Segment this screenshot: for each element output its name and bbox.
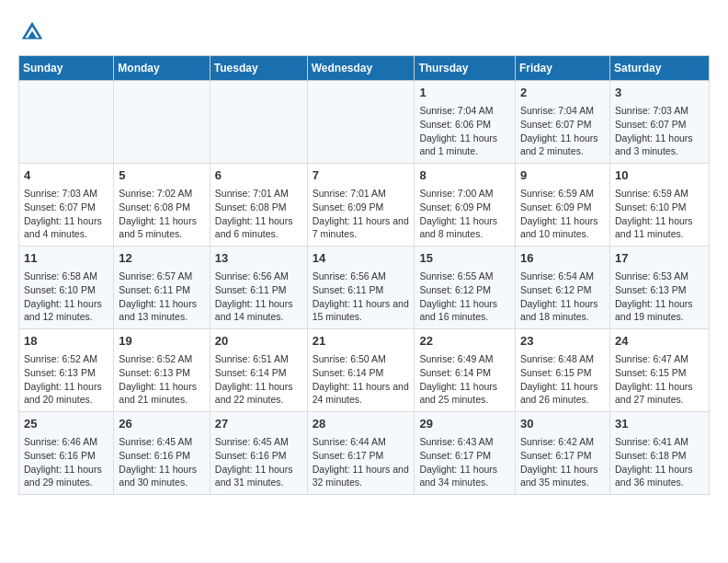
calendar-week-3: 18Sunrise: 6:52 AM Sunset: 6:13 PM Dayli… [19,329,710,412]
day-info: Sunrise: 6:54 AM Sunset: 6:12 PM Dayligh… [520,270,605,324]
calendar-cell: 20Sunrise: 6:51 AM Sunset: 6:14 PM Dayli… [210,329,307,412]
day-info: Sunrise: 6:52 AM Sunset: 6:13 PM Dayligh… [24,352,108,407]
calendar-cell: 27Sunrise: 6:45 AM Sunset: 6:16 PM Dayli… [210,412,307,495]
day-info: Sunrise: 6:56 AM Sunset: 6:11 PM Dayligh… [215,270,302,324]
day-info: Sunrise: 6:41 AM Sunset: 6:18 PM Dayligh… [615,435,704,489]
calendar-cell [114,81,210,164]
calendar-cell [307,81,415,164]
day-info: Sunrise: 6:49 AM Sunset: 6:14 PM Dayligh… [419,352,510,407]
day-number: 16 [520,250,605,267]
calendar-week-1: 4Sunrise: 7:03 AM Sunset: 6:07 PM Daylig… [19,164,710,247]
header-cell-saturday: Saturday [609,56,709,81]
day-number: 5 [119,167,204,184]
day-info: Sunrise: 7:02 AM Sunset: 6:08 PM Dayligh… [119,187,204,241]
calendar-week-0: 1Sunrise: 7:04 AM Sunset: 6:06 PM Daylig… [19,81,710,164]
day-info: Sunrise: 7:03 AM Sunset: 6:07 PM Dayligh… [24,187,108,241]
calendar-cell: 5Sunrise: 7:02 AM Sunset: 6:08 PM Daylig… [114,164,210,247]
day-number: 25 [24,416,108,432]
day-info: Sunrise: 6:59 AM Sunset: 6:10 PM Dayligh… [615,187,704,241]
day-number: 18 [24,333,108,350]
day-number: 8 [419,167,510,184]
day-info: Sunrise: 6:43 AM Sunset: 6:17 PM Dayligh… [419,435,510,489]
calendar-cell: 2Sunrise: 7:04 AM Sunset: 6:07 PM Daylig… [515,81,609,164]
day-number: 12 [119,250,204,267]
day-number: 4 [24,167,108,184]
calendar-cell: 25Sunrise: 6:46 AM Sunset: 6:16 PM Dayli… [19,412,114,495]
day-info: Sunrise: 6:55 AM Sunset: 6:12 PM Dayligh… [419,270,510,324]
calendar-cell: 18Sunrise: 6:52 AM Sunset: 6:13 PM Dayli… [19,329,114,412]
day-number: 31 [615,416,704,432]
calendar-cell [210,81,307,164]
day-info: Sunrise: 7:03 AM Sunset: 6:07 PM Dayligh… [615,104,704,158]
calendar-cell: 26Sunrise: 6:45 AM Sunset: 6:16 PM Dayli… [114,412,210,495]
day-info: Sunrise: 6:46 AM Sunset: 6:16 PM Dayligh… [24,435,108,489]
day-info: Sunrise: 7:04 AM Sunset: 6:06 PM Dayligh… [419,104,510,158]
day-info: Sunrise: 6:51 AM Sunset: 6:14 PM Dayligh… [215,352,302,407]
calendar-cell: 14Sunrise: 6:56 AM Sunset: 6:11 PM Dayli… [307,247,415,329]
header-cell-sunday: Sunday [19,56,114,81]
day-number: 23 [520,333,605,350]
calendar-week-4: 25Sunrise: 6:46 AM Sunset: 6:16 PM Dayli… [19,412,710,495]
day-number: 30 [520,416,605,432]
calendar-cell: 9Sunrise: 6:59 AM Sunset: 6:09 PM Daylig… [515,164,609,247]
page-header [18,18,710,46]
calendar-cell: 23Sunrise: 6:48 AM Sunset: 6:15 PM Dayli… [515,329,609,412]
calendar-cell: 1Sunrise: 7:04 AM Sunset: 6:06 PM Daylig… [415,81,516,164]
calendar-body: 1Sunrise: 7:04 AM Sunset: 6:06 PM Daylig… [19,81,710,495]
header-row: SundayMondayTuesdayWednesdayThursdayFrid… [19,56,710,81]
logo [18,18,48,46]
day-info: Sunrise: 6:58 AM Sunset: 6:10 PM Dayligh… [24,270,108,324]
day-info: Sunrise: 6:44 AM Sunset: 6:17 PM Dayligh… [313,435,410,489]
calendar-cell [19,81,114,164]
day-number: 27 [215,416,302,432]
day-info: Sunrise: 7:00 AM Sunset: 6:09 PM Dayligh… [419,187,510,241]
day-number: 19 [119,333,204,350]
header-cell-monday: Monday [114,56,210,81]
day-number: 11 [24,250,108,267]
calendar-cell: 11Sunrise: 6:58 AM Sunset: 6:10 PM Dayli… [19,247,114,329]
day-info: Sunrise: 7:04 AM Sunset: 6:07 PM Dayligh… [520,104,605,158]
day-number: 21 [313,333,410,350]
day-info: Sunrise: 7:01 AM Sunset: 6:09 PM Dayligh… [313,187,410,241]
calendar-cell: 6Sunrise: 7:01 AM Sunset: 6:08 PM Daylig… [210,164,307,247]
day-info: Sunrise: 6:47 AM Sunset: 6:15 PM Dayligh… [615,352,704,407]
day-number: 28 [313,416,410,432]
day-info: Sunrise: 6:59 AM Sunset: 6:09 PM Dayligh… [520,187,605,241]
calendar-cell: 29Sunrise: 6:43 AM Sunset: 6:17 PM Dayli… [415,412,516,495]
day-info: Sunrise: 7:01 AM Sunset: 6:08 PM Dayligh… [215,187,302,241]
day-number: 10 [615,167,704,184]
day-info: Sunrise: 6:56 AM Sunset: 6:11 PM Dayligh… [313,270,410,324]
day-number: 3 [615,85,704,101]
day-number: 1 [419,85,510,101]
day-info: Sunrise: 6:50 AM Sunset: 6:14 PM Dayligh… [313,352,410,407]
calendar-cell: 30Sunrise: 6:42 AM Sunset: 6:17 PM Dayli… [515,412,609,495]
calendar-cell: 8Sunrise: 7:00 AM Sunset: 6:09 PM Daylig… [415,164,516,247]
calendar-cell: 13Sunrise: 6:56 AM Sunset: 6:11 PM Dayli… [210,247,307,329]
day-number: 2 [520,85,605,101]
day-number: 22 [419,333,510,350]
header-cell-friday: Friday [515,56,609,81]
calendar-cell: 21Sunrise: 6:50 AM Sunset: 6:14 PM Dayli… [307,329,415,412]
day-number: 9 [520,167,605,184]
day-number: 24 [615,333,704,350]
day-number: 7 [313,167,410,184]
calendar-cell: 31Sunrise: 6:41 AM Sunset: 6:18 PM Dayli… [609,412,709,495]
day-number: 17 [615,250,704,267]
day-number: 14 [313,250,410,267]
day-info: Sunrise: 6:57 AM Sunset: 6:11 PM Dayligh… [119,270,204,324]
day-info: Sunrise: 6:45 AM Sunset: 6:16 PM Dayligh… [215,435,302,489]
day-info: Sunrise: 6:45 AM Sunset: 6:16 PM Dayligh… [119,435,204,489]
day-number: 15 [419,250,510,267]
calendar-header: SundayMondayTuesdayWednesdayThursdayFrid… [19,56,710,81]
day-number: 13 [215,250,302,267]
calendar-cell: 19Sunrise: 6:52 AM Sunset: 6:13 PM Dayli… [114,329,210,412]
calendar-cell: 7Sunrise: 7:01 AM Sunset: 6:09 PM Daylig… [307,164,415,247]
logo-icon [18,18,46,46]
day-number: 6 [215,167,302,184]
calendar-cell: 24Sunrise: 6:47 AM Sunset: 6:15 PM Dayli… [609,329,709,412]
day-info: Sunrise: 6:42 AM Sunset: 6:17 PM Dayligh… [520,435,605,489]
day-info: Sunrise: 6:53 AM Sunset: 6:13 PM Dayligh… [615,270,704,324]
day-number: 26 [119,416,204,432]
calendar-cell: 17Sunrise: 6:53 AM Sunset: 6:13 PM Dayli… [609,247,709,329]
calendar-cell: 22Sunrise: 6:49 AM Sunset: 6:14 PM Dayli… [415,329,516,412]
